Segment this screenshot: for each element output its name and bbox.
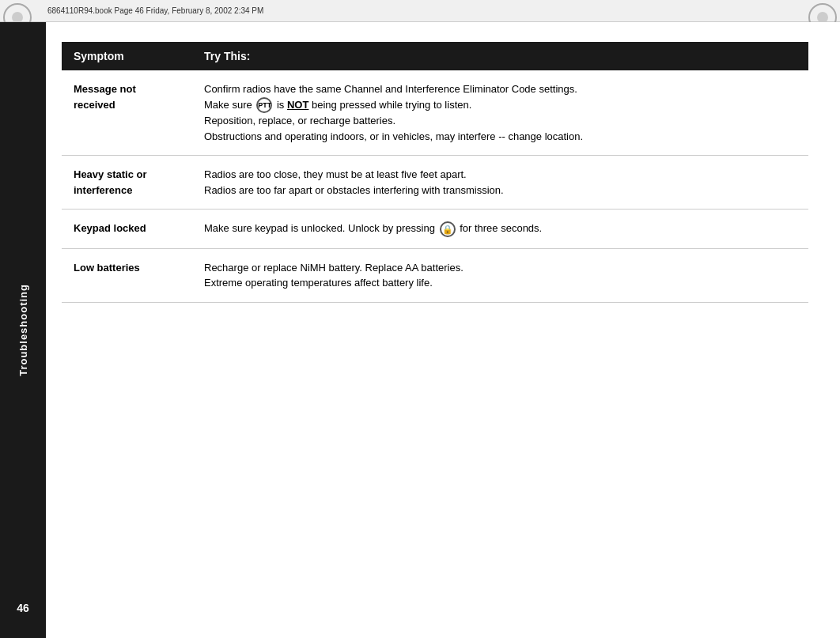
table-row: Keypad locked Make sure keypad is unlock… xyxy=(62,210,808,249)
solution-text: Recharge or replace NiMH battery. Replac… xyxy=(192,248,808,302)
solution-text: Radios are too close, they must be at le… xyxy=(192,156,808,210)
symptom-label: Low batteries xyxy=(62,248,192,302)
solution-text: Confirm radios have the same Channel and… xyxy=(192,70,808,156)
lock-icon: 🔒 xyxy=(440,221,456,237)
ptt-icon: PTT xyxy=(256,97,272,113)
symptom-label: Message not received xyxy=(62,70,192,156)
left-sidebar: Troubleshooting 46 xyxy=(0,22,46,638)
sidebar-label: Troubleshooting xyxy=(17,284,29,376)
solution-text: Make sure keypad is unlocked. Unlock by … xyxy=(192,210,808,249)
troubleshoot-table: Symptom Try This: Message not received C… xyxy=(62,42,808,303)
main-content: Symptom Try This: Message not received C… xyxy=(46,22,840,638)
table-header-row: Symptom Try This: xyxy=(62,42,808,70)
symptom-label: Keypad locked xyxy=(62,210,192,249)
not-text: NOT xyxy=(287,99,308,111)
symptom-label: Heavy static or interference xyxy=(62,156,192,210)
table-row: Low batteries Recharge or replace NiMH b… xyxy=(62,248,808,302)
page-number: 46 xyxy=(17,602,29,614)
table-row: Message not received Confirm radios have… xyxy=(62,70,808,156)
header-bar: 6864110R94.book Page 46 Friday, February… xyxy=(0,0,840,22)
header-text: 6864110R94.book Page 46 Friday, February… xyxy=(47,6,263,15)
table-row: Heavy static or interference Radios are … xyxy=(62,156,808,210)
col-try-this: Try This: xyxy=(192,42,808,70)
col-symptom: Symptom xyxy=(62,42,192,70)
